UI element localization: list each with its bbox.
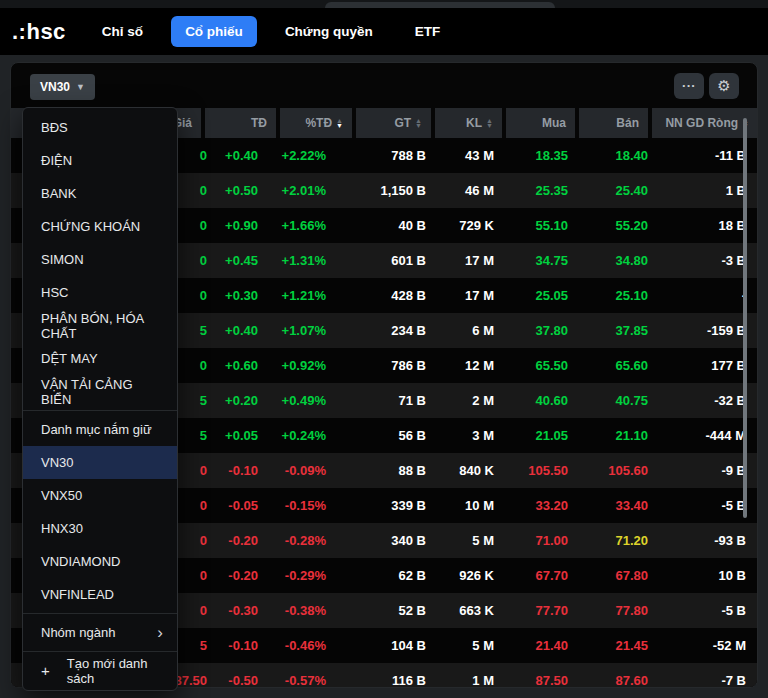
foreign-net-cell: - [648,288,746,303]
foreign-net-cell: -7 B [648,673,746,688]
column-header-label: KL [466,116,482,130]
dropdown-item-hnx30[interactable]: HNX30 [23,512,177,545]
dropdown-item--i-n[interactable]: ĐIỆN [23,144,177,177]
dropdown-item-ph-n-b-n-h-a-ch-t[interactable]: PHÂN BÓN, HÓA CHẤT [23,309,177,342]
settings-button[interactable]: ⚙ [709,73,739,99]
value-traded-cell: 601 B [326,253,426,268]
volume-cell: 6 M [426,323,494,338]
nav-tab-chứng-quyền[interactable]: Chứng quyền [271,16,387,47]
window-top-strip [0,0,768,8]
percent-change-cell: +0.92% [258,358,326,373]
dropdown-item-hsc[interactable]: HSC [23,276,177,309]
vertical-scrollbar[interactable] [743,118,747,518]
column-header-kl[interactable]: KL▲▼ [435,108,502,138]
volume-cell: 43 M [426,148,494,163]
dropdown-item-vnfinlead[interactable]: VNFINLEAD [23,578,177,611]
change-cell: +0.40 [207,323,258,338]
change-cell: +0.90 [207,218,258,233]
volume-cell: 926 K [426,568,494,583]
ask-price-cell: 37.85 [568,323,648,338]
ask-price-cell: 33.40 [568,498,648,513]
foreign-net-cell: 1 B [648,183,746,198]
change-cell: +0.40 [207,148,258,163]
dropdown-divider [23,613,177,614]
price-value: 5 [200,638,207,653]
price-value: 0 [200,603,207,618]
column-header-label: NN GD Ròng [665,116,738,130]
ask-price-cell: 71.20 [568,533,648,548]
hsc-logo: .:hsc [12,19,66,45]
column-header--tđ[interactable]: %TĐ▲▼ [280,108,352,138]
dropdown-item-industry-groups[interactable]: Nhóm ngành› [23,616,177,649]
watchlist-dropdown-menu: BĐSĐIỆNBANKCHỨNG KHOÁNSIMONHSCPHÂN BÓN, … [22,107,178,691]
ask-price-cell: 21.45 [568,638,648,653]
value-traded-cell: 52 B [326,603,426,618]
dropdown-item-vndiamond[interactable]: VNDIAMOND [23,545,177,578]
change-cell: +0.60 [207,358,258,373]
ask-price-cell: 105.60 [568,463,648,478]
dropdown-item-vn30[interactable]: VN30 [23,446,177,479]
column-header-label: Mua [542,116,566,130]
nav-tab-cổ-phiếu[interactable]: Cổ phiếu [171,16,257,47]
dropdown-item-d-t-may[interactable]: DỆT MAY [23,342,177,375]
volume-cell: 10 M [426,498,494,513]
column-header-gt[interactable]: GT▲▼ [356,108,431,138]
percent-change-cell: -0.28% [258,533,326,548]
bid-price-cell: 71.00 [494,533,568,548]
foreign-net-cell: -32 B [648,393,746,408]
value-traded-cell: 62 B [326,568,426,583]
dropdown-item-b-s[interactable]: BĐS [23,111,177,144]
nav-tab-chỉ-số[interactable]: Chỉ số [88,16,157,47]
gear-icon: ⚙ [717,77,730,95]
column-header-tđ[interactable]: TĐ [205,108,276,138]
bid-price-cell: 105.50 [494,463,568,478]
foreign-net-cell: -5 B [648,603,746,618]
value-traded-cell: 116 B [326,673,426,688]
volume-cell: 2 M [426,393,494,408]
percent-change-cell: -0.38% [258,603,326,618]
percent-change-cell: +1.31% [258,253,326,268]
column-header-bán[interactable]: Bán [579,108,648,138]
nav-tab-etf[interactable]: ETF [401,16,455,47]
dropdown-item-v-n-t-i-c-ng-bi-n[interactable]: VẬN TẢI CẢNG BIỂN [23,375,177,408]
sort-arrows-icon: ▲▼ [486,118,493,128]
more-options-button[interactable]: ... [674,73,704,99]
dropdown-item-ch-ng-kho-n[interactable]: CHỨNG KHOÁN [23,210,177,243]
change-cell: +0.20 [207,393,258,408]
value-traded-cell: 71 B [326,393,426,408]
foreign-net-cell: 10 B [648,568,746,583]
value-traded-cell: 340 B [326,533,426,548]
bid-price-cell: 34.75 [494,253,568,268]
foreign-net-cell: -5 B [648,498,746,513]
dropdown-item-vnx50[interactable]: VNX50 [23,479,177,512]
dropdown-item-simon[interactable]: SIMON [23,243,177,276]
dropdown-item-holdings[interactable]: Danh mục nắm giữ [23,413,177,446]
sort-down-icon: ▼ [415,123,422,128]
ask-price-cell: 77.80 [568,603,648,618]
percent-change-cell: -0.57% [258,673,326,688]
change-cell: -0.50 [207,673,258,688]
ask-price-cell: 18.40 [568,148,648,163]
price-value: 0 [200,498,207,513]
value-traded-cell: 788 B [326,148,426,163]
watchlist-selector-button[interactable]: VN30 ▼ [30,74,95,100]
price-value: 0 [200,148,207,163]
bid-price-cell: 33.20 [494,498,568,513]
bid-price-cell: 21.05 [494,428,568,443]
bid-price-cell: 25.35 [494,183,568,198]
price-value: 0 [200,218,207,233]
dropdown-item-bank[interactable]: BANK [23,177,177,210]
price-value: 87.50 [174,673,207,688]
foreign-net-cell: -52 M [648,638,746,653]
dropdown-item-create-watchlist[interactable]: +Tạo mới danh sách [23,654,177,687]
column-header-label: %TĐ [305,116,332,130]
ask-price-cell: 67.80 [568,568,648,583]
foreign-net-cell: -3 B [648,253,746,268]
price-value: 0 [200,358,207,373]
change-cell: +0.30 [207,288,258,303]
chevron-down-icon: ▼ [76,82,85,92]
column-header-mua[interactable]: Mua [506,108,575,138]
bid-price-cell: 21.40 [494,638,568,653]
percent-change-cell: +2.22% [258,148,326,163]
price-value: 0 [200,253,207,268]
